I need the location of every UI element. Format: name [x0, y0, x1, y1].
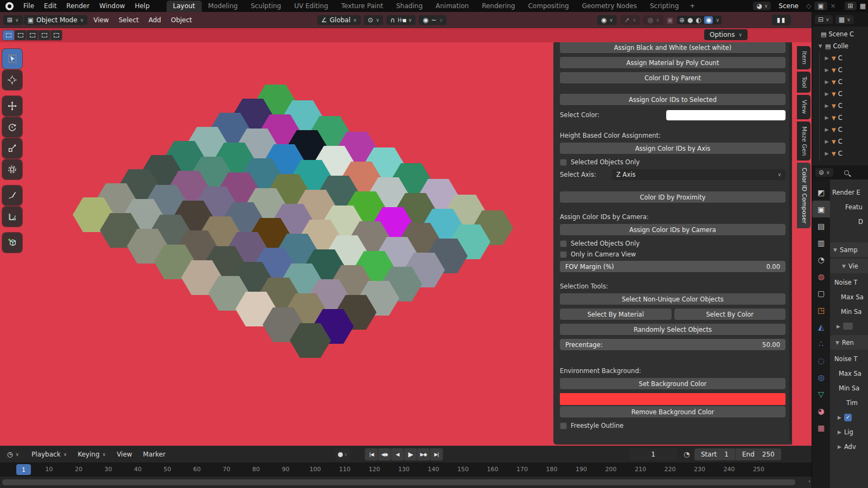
disclosure-closed-icon[interactable]: ▶ [824, 91, 829, 97]
section-closed-icon[interactable]: ▶ [838, 429, 841, 435]
button-assign-color-ids-by-camera[interactable]: Assign Color IDs by Camera [560, 224, 786, 235]
checkbox-selected-objects-only[interactable]: Selected Objects Only [560, 158, 786, 166]
properties-editor-dropdown[interactable]: ⊜∨ [815, 168, 833, 177]
button-select-by-color[interactable]: Select By Color [674, 309, 786, 320]
transport-jump-to-start[interactable]: |◀ [365, 448, 378, 460]
disclosure-closed-icon[interactable]: ▶ [824, 79, 829, 85]
stopwatch-icon[interactable]: ◔ [684, 450, 690, 458]
disclosure-closed-icon[interactable]: ▶ [824, 103, 829, 108]
pin-icon[interactable]: ◇ [806, 2, 811, 10]
wireframe-icon[interactable]: ⊕ [679, 16, 685, 24]
mode-dropdown[interactable]: ▣Object Mode∨ [24, 15, 88, 25]
outliner-object-row[interactable]: ▶▼C [813, 76, 868, 88]
properties-row[interactable]: ▶✓ [830, 410, 868, 425]
scene-dropdown[interactable]: ◕∨ [753, 2, 771, 10]
viewport-menu-view[interactable]: View [88, 16, 113, 24]
menu-render[interactable]: Render [61, 2, 94, 10]
tool-add-cube[interactable] [2, 233, 22, 253]
properties-tab-tool-icon[interactable]: ◩ [812, 184, 830, 201]
workspace-tab-layout[interactable]: Layout [167, 1, 202, 12]
transport-jump-to-end[interactable]: ▶| [430, 448, 443, 460]
tool-annotate[interactable] [2, 185, 22, 206]
outliner-object-row[interactable]: ▶▼C [813, 112, 868, 124]
tool-measure[interactable] [2, 207, 22, 227]
material-preview-icon[interactable]: ◐ [695, 16, 701, 24]
button-assign-black-and-white-select-white-[interactable]: Assign Black and White (select white) [560, 42, 786, 53]
editor-type-dropdown[interactable]: ⊞∨ [3, 15, 23, 25]
properties-row[interactable]: ▼Samp [830, 242, 868, 257]
timeline-editor-dropdown[interactable]: ◷∨ [3, 450, 23, 459]
horizontal-scrollbar[interactable] [2, 479, 795, 485]
properties-tab-scene-icon[interactable]: ◔ [812, 251, 830, 268]
workspace-tab-scripting[interactable]: Scripting [643, 1, 685, 12]
pause-button[interactable]: ▮▮ [772, 15, 791, 25]
button-assign-material-by-poly-count[interactable]: Assign Material by Poly Count [560, 57, 786, 68]
timeline-ruler[interactable]: 1 10203040506070809010011012013014015016… [0, 463, 812, 477]
outliner-filter-dropdown[interactable]: ▦∨ [835, 15, 854, 24]
button-select-by-material[interactable]: Select By Material [560, 309, 672, 320]
button-color-id-by-proximity[interactable]: Color ID by Proximity [560, 191, 786, 203]
playhead[interactable]: 1 [16, 464, 31, 475]
button-remove-background-color[interactable]: Remove Background Color [560, 406, 786, 418]
search-icon[interactable] [844, 170, 849, 175]
transport-previous-frame[interactable]: ◀ [391, 448, 404, 460]
panel-scrollbar[interactable] [789, 44, 792, 441]
pivot-point-dropdown[interactable]: ⊙∨ [364, 15, 384, 25]
transport-previous-keyframe[interactable]: ◀◆ [378, 448, 391, 460]
close-icon[interactable]: × [831, 2, 836, 10]
xray-icon[interactable]: ▣ [667, 16, 673, 24]
collapse-arrow-icon[interactable]: ‹ [808, 478, 810, 484]
workspace-tab-animation[interactable]: Animation [429, 1, 475, 12]
disclosure-closed-icon[interactable]: ▶ [824, 139, 829, 144]
end-frame-field[interactable]: End250 [735, 448, 781, 460]
collection-row[interactable]: ▼ ▤ Colle [813, 40, 868, 52]
menu-file[interactable]: File [18, 2, 39, 10]
show-object-types-dropdown[interactable]: ◉∨ [597, 15, 617, 25]
workspace-tab-rendering[interactable]: Rendering [475, 1, 521, 12]
add-workspace-button[interactable]: + [685, 2, 699, 10]
properties-tab-constraints-icon[interactable]: ◎ [812, 369, 830, 386]
outliner-object-row[interactable]: ▶▼C [813, 136, 868, 147]
transport-next-keyframe[interactable]: ▶◆ [417, 448, 430, 460]
menu-help[interactable]: Help [130, 2, 154, 10]
properties-row[interactable]: ▶Adv [830, 439, 868, 454]
timeline-menu-view[interactable]: View [111, 451, 137, 458]
sidebar-tab-tool[interactable]: Tool [797, 72, 810, 93]
properties-row[interactable]: ▼Vie [830, 259, 868, 273]
checkbox-freestyle-outline[interactable]: Freestyle Outline [560, 421, 786, 430]
disclosure-closed-icon[interactable]: ▶ [824, 115, 829, 120]
orientation-dropdown[interactable]: ∠Global∨ [317, 15, 361, 25]
image-icon[interactable]: ▦ [860, 2, 866, 10]
axis-dropdown[interactable]: Z Axis∨ [612, 169, 786, 180]
sidebar-tab-item[interactable]: Item [797, 46, 810, 69]
checkbox-only-in-camera-view[interactable]: Only in Camera View [560, 250, 786, 259]
checkbox-checked-icon[interactable]: ✓ [844, 414, 852, 421]
tool-tweak-select[interactable] [2, 49, 22, 69]
properties-tab-texture-icon[interactable]: ▦ [812, 419, 830, 436]
properties-row[interactable]: ▶ [830, 319, 868, 333]
disclosure-closed-icon[interactable]: ▶ [824, 55, 829, 61]
button-assign-color-ids-to-selected[interactable]: Assign Color IDs to Selected [560, 94, 786, 105]
sidebar-tab-color-id-composer[interactable]: Color ID Composer [797, 163, 810, 228]
viewport-menu-add[interactable]: Add [144, 16, 166, 24]
button-select-non-unique-color-objects[interactable]: Select Non-Unique Color Objects [560, 293, 786, 305]
tool-rotate[interactable] [2, 117, 22, 137]
menu-window[interactable]: Window [94, 2, 130, 10]
menu-edit[interactable]: Edit [39, 2, 61, 10]
proportional-editing-group[interactable]: ◉∼∨ [419, 15, 446, 25]
workspace-tab-uv-editing[interactable]: UV Editing [288, 1, 335, 12]
outliner-object-row[interactable]: ▶▼C [813, 52, 868, 64]
slider-fov-margin-[interactable]: FOV Margin (%)0.00 [560, 261, 786, 272]
section-closed-icon[interactable]: ▶ [837, 324, 840, 329]
section-open-icon[interactable]: ▼ [842, 264, 846, 269]
outliner-object-row[interactable]: ▶▼C [813, 124, 868, 136]
blender-logo-icon[interactable] [5, 2, 14, 10]
properties-tab-modifiers-icon[interactable]: ◭ [812, 318, 830, 335]
workspace-tab-texture-paint[interactable]: Texture Paint [335, 1, 390, 12]
section-open-icon[interactable]: ▼ [835, 340, 839, 345]
properties-tab-world-icon[interactable]: ◍ [812, 268, 830, 285]
snapping-group[interactable]: ∩⊦⊦▪∨ [386, 15, 416, 25]
properties-tab-object-icon[interactable]: ◳ [812, 301, 830, 318]
properties-tab-render-icon[interactable]: ▣ [812, 201, 830, 217]
select-mode-tweak[interactable] [3, 30, 14, 40]
